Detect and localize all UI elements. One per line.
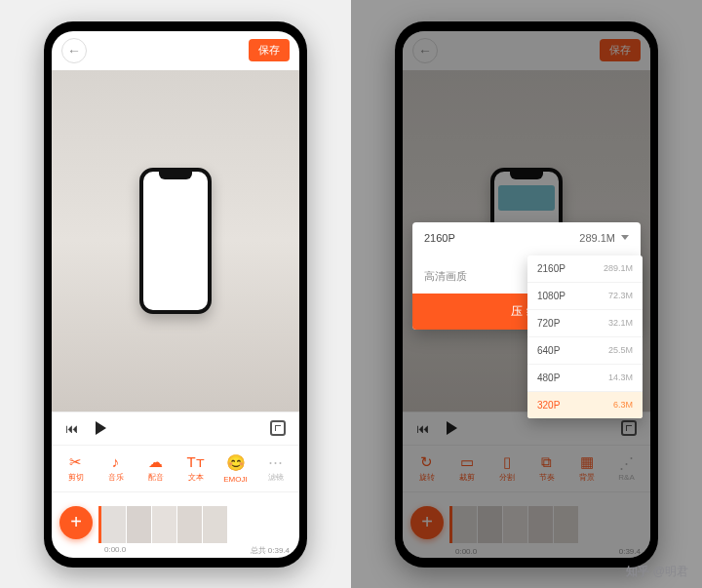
zhihu-watermark: 知乎 @明君: [626, 564, 688, 580]
tool-more[interactable]: ⋯ 滤镜: [257, 450, 293, 488]
save-button[interactable]: 保存: [249, 39, 290, 61]
option-size: 289.1M: [604, 263, 633, 273]
thumb[interactable]: [203, 506, 228, 543]
thumb[interactable]: [101, 506, 127, 543]
tool-label: 配音: [148, 472, 164, 483]
text-icon: Tᴛ: [186, 454, 204, 469]
right-half: ← 保存 ⏮: [351, 0, 702, 588]
resolution-option[interactable]: 2160P 289.1M: [527, 255, 643, 283]
timeline-times: 0:00.0 总共 0:39.4: [104, 545, 290, 556]
phone-frame-left: ← 保存 ⏮: [44, 21, 307, 568]
topbar: ← 保存: [52, 31, 299, 70]
video-preview[interactable]: [52, 70, 299, 412]
resolution-dropdown: 2160P 289.1M 1080P 72.3M 720P 32.1M 64: [527, 255, 643, 418]
comparison-stage: ← 保存 ⏮: [0, 0, 702, 588]
tool-text[interactable]: Tᴛ 文本: [177, 450, 214, 488]
resolution-option[interactable]: 1080P 72.3M: [527, 283, 643, 310]
option-res: 720P: [537, 318, 560, 329]
tool-label: 滤镜: [268, 472, 284, 483]
preview-content-phone: [139, 168, 212, 314]
tool-cut[interactable]: ✂ 剪切: [58, 450, 94, 488]
mini-notch: [159, 172, 192, 179]
export-panel: 2160P 289.1M 高清画质 压缩 2160P 289.1M: [412, 222, 641, 330]
resolution-option[interactable]: 480P 14.3M: [527, 365, 643, 392]
thumb[interactable]: [127, 506, 152, 543]
more-icon: ⋯: [268, 454, 283, 469]
resolution-option[interactable]: 320P 6.3M: [527, 392, 643, 418]
resolution-option[interactable]: 720P 32.1M: [527, 310, 643, 337]
option-res: 640P: [537, 345, 560, 356]
screen-left: ← 保存 ⏮: [52, 31, 299, 558]
selected-resolution: 2160P: [424, 232, 455, 244]
play-icon[interactable]: [96, 421, 106, 435]
option-size: 72.3M: [608, 291, 633, 300]
tool-label: 剪切: [68, 472, 84, 483]
tool-emoji[interactable]: 😊 EMOJI: [217, 450, 254, 488]
thumb[interactable]: [152, 506, 177, 543]
tool-row: ✂ 剪切 ♪ 音乐 ☁ 配音 Tᴛ 文本: [52, 445, 299, 491]
screen-right: ← 保存 ⏮: [403, 31, 650, 558]
time-start: 0:00.0: [104, 545, 126, 556]
chevron-down-icon: [621, 235, 629, 240]
cloud-icon: ☁: [148, 454, 163, 469]
option-res: 480P: [537, 372, 560, 383]
selected-size: 289.1M: [579, 232, 615, 244]
zhihu-logo-icon: 知乎: [626, 564, 649, 580]
watermark-user: @明君: [653, 564, 688, 580]
tool-label: EMOJI: [223, 475, 247, 484]
prev-frame-icon[interactable]: ⏮: [65, 421, 78, 436]
timeline[interactable]: + 0:00.0 总共 0:39.4: [52, 491, 299, 558]
back-button[interactable]: ←: [61, 38, 87, 63]
fullscreen-icon[interactable]: [270, 420, 286, 436]
resolution-option[interactable]: 640P 25.5M: [527, 337, 643, 365]
time-end: 总共 0:39.4: [251, 545, 290, 556]
tool-music[interactable]: ♪ 音乐: [98, 450, 134, 488]
option-res: 320P: [537, 400, 560, 411]
thumb[interactable]: [177, 506, 203, 543]
back-arrow-icon: ←: [67, 43, 81, 59]
phone-frame-right: ← 保存 ⏮: [395, 21, 658, 568]
tool-label: 文本: [188, 472, 204, 483]
option-res: 2160P: [537, 263, 566, 274]
music-icon: ♪: [112, 454, 120, 469]
tool-label: 音乐: [108, 472, 124, 483]
export-panel-top: 2160P 289.1M: [412, 222, 641, 254]
timeline-thumbs[interactable]: [98, 506, 228, 543]
tool-dub[interactable]: ☁ 配音: [137, 450, 174, 488]
option-size: 6.3M: [613, 400, 633, 410]
scissors-icon: ✂: [69, 454, 82, 469]
emoji-icon: 😊: [226, 453, 246, 472]
add-clip-button[interactable]: +: [59, 506, 93, 539]
resolution-dropdown-toggle[interactable]: 289.1M: [579, 232, 629, 244]
playback-controls: ⏮: [52, 412, 299, 445]
option-size: 14.3M: [608, 372, 633, 382]
plus-icon: +: [70, 511, 82, 533]
option-res: 1080P: [537, 291, 566, 301]
option-size: 25.5M: [608, 345, 633, 355]
option-size: 32.1M: [608, 318, 633, 328]
left-half: ← 保存 ⏮: [0, 0, 351, 588]
